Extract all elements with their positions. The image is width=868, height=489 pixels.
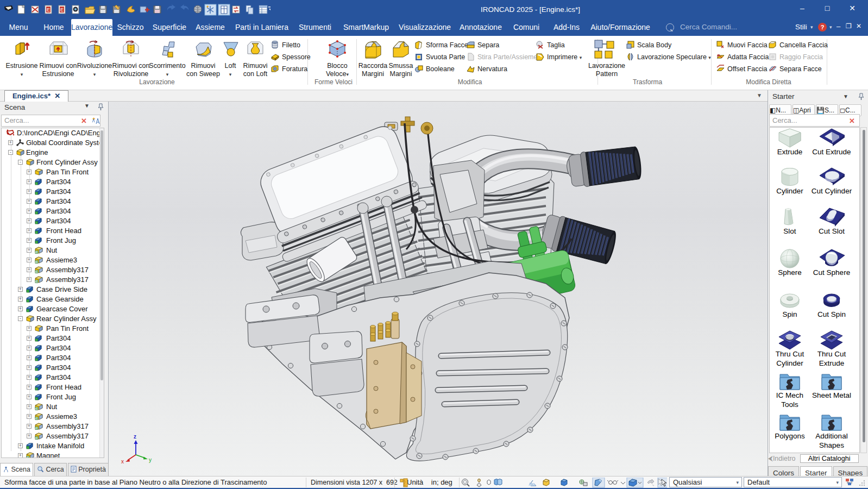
svg-text:✦: ✦ <box>206 4 210 9</box>
svg-text:E: E <box>60 7 64 12</box>
svg-text:z: z <box>134 434 136 440</box>
svg-text:E: E <box>47 7 50 12</box>
svg-text:y: y <box>149 457 152 463</box>
svg-text:x: x <box>121 459 124 465</box>
